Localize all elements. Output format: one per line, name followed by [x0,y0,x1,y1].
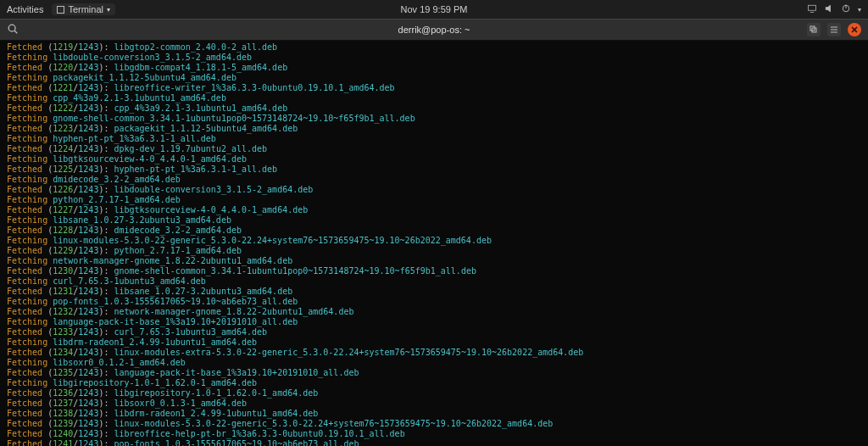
terminal-line: Fetching libsoxr0_0.1.2-1_amd64.deb [7,358,861,368]
terminal-line: Fetched (1235/1243): language-pack-it-ba… [7,368,861,378]
active-app-label: Terminal [68,4,103,14]
activities-button[interactable]: Activities [7,4,43,14]
hamburger-menu-button[interactable] [827,23,841,36]
chevron-down-icon: ▾ [107,6,110,14]
terminal-line: Fetching python_2.7.17-1_amd64.deb [7,195,861,205]
gnome-top-bar: Activities Terminal ▾ Nov 19 9:59 PM ▾ [0,0,868,19]
terminal-line: Fetched (1224/1243): dpkg-dev_1.19.7ubun… [7,144,861,154]
chevron-down-icon: ▾ [858,6,861,14]
terminal-line: Fetched (1225/1243): hyphen-pt-pt_1%3a6.… [7,164,861,175]
power-icon [841,3,851,15]
terminal-line: Fetched (1233/1243): curl_7.65.3-1ubuntu… [7,327,861,337]
terminal-line: Fetching libgirepository-1.0-1_1.62.0-1_… [7,378,861,388]
headerbar-left [7,23,19,37]
svg-point-4 [8,25,15,31]
topbar-left: Activities Terminal ▾ [7,3,115,15]
close-window-button[interactable] [848,23,861,36]
clock[interactable]: Nov 19 9:59 PM [401,4,468,14]
terminal-line: Fetching gnome-shell-common_3.34.1-1ubun… [7,114,861,124]
terminal-line: Fetching hyphen-pt-pt_1%3a6.3.1-1_all.de… [7,134,861,144]
terminal-line: Fetched (1221/1243): libreoffice-writer_… [7,83,861,93]
terminal-line: Fetched (1234/1243): linux-modules-extra… [7,348,861,358]
terminal-line: Fetched (1240/1243): libreoffice-help-pt… [7,429,861,439]
svg-rect-0 [809,5,816,10]
terminal-line: Fetching libsane_1.0.27-3.2ubuntu3_amd64… [7,215,861,226]
terminal-line: Fetching cpp_4%3a9.2.1-3.1ubuntu1_amd64.… [7,93,861,103]
terminal-output[interactable]: Fetched (1219/1243): libgtop2-common_2.4… [0,41,868,446]
terminal-line: Fetched (1239/1243): linux-modules-5.3.0… [7,419,861,429]
terminal-line: Fetching curl_7.65.3-1ubuntu3_amd64.deb [7,276,861,287]
terminal-line: Fetched (1222/1243): cpp_4%3a9.2.1-3.1ub… [7,103,861,114]
terminal-line: Fetched (1236/1243): libgirepository-1.0… [7,388,861,399]
terminal-line: Fetched (1220/1243): libgdbm-compat4_1.1… [7,63,861,73]
volume-icon [824,3,834,15]
terminal-line: Fetched (1230/1243): gnome-shell-common_… [7,266,861,276]
terminal-line: Fetched (1219/1243): libgtop2-common_2.4… [7,42,861,53]
terminal-line: Fetched (1237/1243): libsoxr0_0.1.3-1_am… [7,399,861,409]
terminal-line: Fetched (1232/1243): network-manager-gno… [7,307,861,317]
terminal-line: Fetching libdrm-radeon1_2.4.99-1ubuntu1_… [7,337,861,348]
terminal-line: Fetching language-pack-it-base_1%3a19.10… [7,317,861,327]
terminal-icon [57,6,64,14]
headerbar-right [807,23,861,36]
terminal-line: Fetched (1238/1243): libdrm-radeon1_2.4.… [7,409,861,419]
terminal-line: Fetched (1228/1243): dmidecode_3.2-2_amd… [7,226,861,236]
terminal-line: Fetching pop-fonts_1.0.3-1555617065~19.1… [7,297,861,307]
terminal-line: Fetching libgtksourceview-4-0_4.4.0-1_am… [7,154,861,164]
new-tab-button[interactable] [807,23,821,36]
terminal-line: Fetched (1241/1243): pop-fonts_1.0.3-155… [7,439,861,446]
terminal-line: Fetching packagekit_1.1.12-5ubuntu4_amd6… [7,73,861,83]
terminal-line: Fetching linux-modules-5.3.0-22-generic_… [7,236,861,246]
terminal-line: Fetching network-manager-gnome_1.8.22-2u… [7,256,861,266]
terminal-line: Fetched (1226/1243): libdouble-conversio… [7,185,861,195]
terminal-line: Fetching libdouble-conversion3_3.1.5-2_a… [7,53,861,63]
terminal-line: Fetched (1223/1243): packagekit_1.1.12-5… [7,124,861,134]
window-title: derrik@pop-os: ~ [398,25,470,35]
terminal-header-bar: derrik@pop-os: ~ [0,19,868,41]
status-area[interactable]: ▾ [807,3,861,15]
terminal-line: Fetched (1231/1243): libsane_1.0.27-3.2u… [7,287,861,297]
terminal-line: Fetched (1227/1243): libgtksourceview-4-… [7,205,861,215]
svg-line-5 [14,31,17,33]
terminal-line: Fetched (1229/1243): python_2.7.17-1_amd… [7,246,861,256]
screen-icon [807,3,817,15]
active-app-indicator[interactable]: Terminal ▾ [52,3,115,15]
terminal-line: Fetching dmidecode_3.2-2_amd64.deb [7,175,861,185]
search-icon[interactable] [7,23,19,37]
